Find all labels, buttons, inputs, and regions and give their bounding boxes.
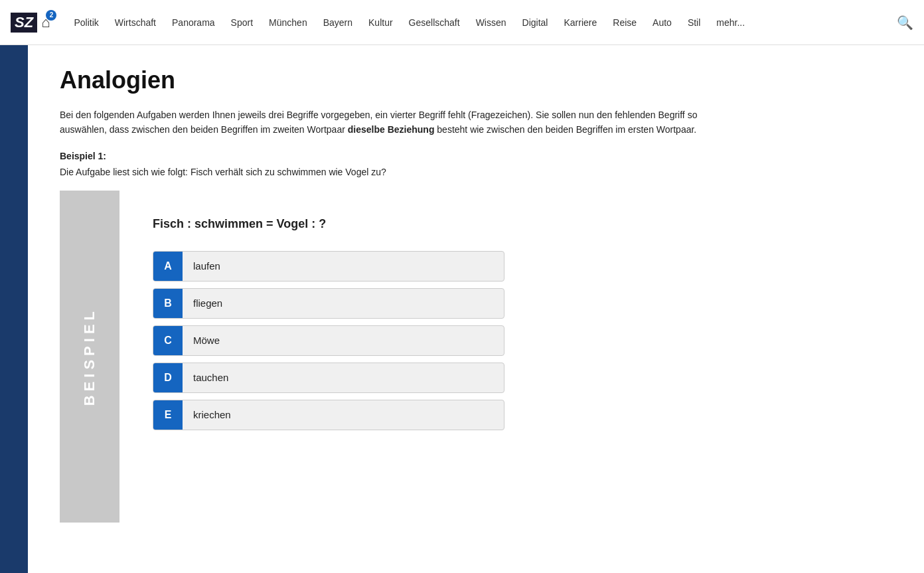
answer-option-e[interactable]: E kriechen xyxy=(153,400,504,430)
nav-item-gesellschaft[interactable]: Gesellschaft xyxy=(401,0,468,45)
answer-text-b: fliegen xyxy=(183,297,233,309)
nav-item-wissen[interactable]: Wissen xyxy=(468,0,514,45)
logo[interactable]: SZ ⌂ 2 xyxy=(11,13,50,33)
nav-item-muenchen[interactable]: München xyxy=(261,0,315,45)
nav-item-stil[interactable]: Stil xyxy=(680,0,708,45)
beispiel-text: BEISPIEL xyxy=(81,307,98,406)
question-text: Fisch : schwimmen = Vogel : ? xyxy=(153,217,706,231)
page-wrapper: Analogien Bei den folgenden Aufgaben wer… xyxy=(0,45,924,573)
answer-option-d[interactable]: D tauchen xyxy=(153,363,504,393)
example-label: Beispiel 1: xyxy=(60,151,726,161)
logo-sz-text: SZ xyxy=(11,13,37,33)
search-icon[interactable]: 🔍 xyxy=(897,15,913,31)
home-icon[interactable]: ⌂ 2 xyxy=(41,14,50,31)
nav-item-sport[interactable]: Sport xyxy=(223,0,261,45)
answer-letter-d: D xyxy=(153,363,183,392)
main-nav: Politik Wirtschaft Panorama Sport Münche… xyxy=(66,0,897,45)
question-area: Fisch : schwimmen = Vogel : ? A laufen B… xyxy=(119,191,726,523)
answer-option-a[interactable]: A laufen xyxy=(153,251,504,282)
nav-item-karriere[interactable]: Karriere xyxy=(556,0,605,45)
answer-text-a: laufen xyxy=(183,260,231,272)
answer-option-b[interactable]: B fliegen xyxy=(153,288,504,319)
answer-letter-a: A xyxy=(153,252,183,281)
nav-item-bayern[interactable]: Bayern xyxy=(315,0,360,45)
sidebar-left xyxy=(0,45,28,573)
nav-item-mehr[interactable]: mehr... xyxy=(708,0,753,45)
answer-option-c[interactable]: C Möwe xyxy=(153,325,504,356)
nav-item-panorama[interactable]: Panorama xyxy=(164,0,223,45)
answer-letter-b: B xyxy=(153,289,183,318)
nav-item-auto[interactable]: Auto xyxy=(645,0,680,45)
example-text: Die Aufgabe liest sich wie folgt: Fisch … xyxy=(60,167,726,177)
answer-letter-c: C xyxy=(153,326,183,355)
description-part2: besteht wie zwischen den beiden Begriffe… xyxy=(434,124,696,135)
nav-item-politik[interactable]: Politik xyxy=(66,0,106,45)
notification-badge: 2 xyxy=(46,10,56,21)
question-card: BEISPIEL Fisch : schwimmen = Vogel : ? A… xyxy=(60,191,726,523)
header: SZ ⌂ 2 Politik Wirtschaft Panorama Sport… xyxy=(0,0,924,45)
beispiel-bar: BEISPIEL xyxy=(60,191,119,523)
description-bold: dieselbe Beziehung xyxy=(348,124,435,135)
nav-item-wirtschaft[interactable]: Wirtschaft xyxy=(107,0,164,45)
answer-text-d: tauchen xyxy=(183,372,239,383)
nav-item-digital[interactable]: Digital xyxy=(514,0,556,45)
main-content: Analogien Bei den folgenden Aufgaben wer… xyxy=(28,45,758,573)
nav-item-kultur[interactable]: Kultur xyxy=(360,0,401,45)
description-text: Bei den folgenden Aufgaben werden Ihnen … xyxy=(60,108,726,137)
answer-text-c: Möwe xyxy=(183,335,230,346)
answer-letter-e: E xyxy=(153,400,183,430)
answer-text-e: kriechen xyxy=(183,409,242,420)
nav-item-reise[interactable]: Reise xyxy=(605,0,645,45)
page-title: Analogien xyxy=(60,66,726,94)
